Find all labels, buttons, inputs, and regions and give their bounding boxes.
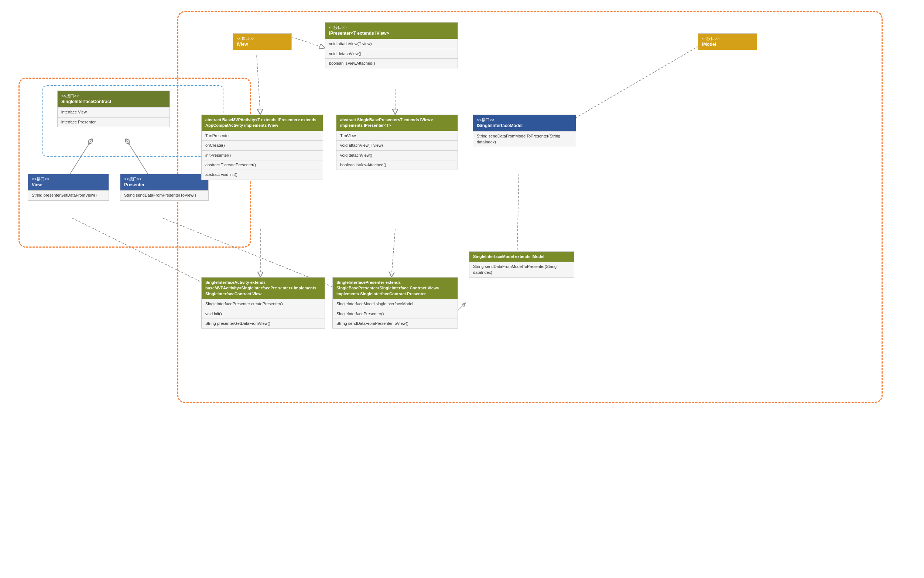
sic-header: <<接口>> SingleInterfaceContract bbox=[58, 91, 170, 107]
bma-body: T mPresenter onCreate() initPresenter() … bbox=[202, 131, 323, 180]
presenter-body: String sendDataFromPresenterToView() bbox=[120, 190, 208, 200]
list-item: String sendDataFromPresenterToView() bbox=[120, 190, 208, 200]
svg-line-4 bbox=[70, 139, 92, 174]
list-item: abstract void init() bbox=[202, 170, 323, 179]
bma-header: abstract BaseMVPActivity<T extends IPres… bbox=[202, 115, 323, 131]
list-item: boolean isViewAttached() bbox=[337, 160, 458, 170]
list-item: String presenterGetDataFromView() bbox=[28, 190, 108, 200]
ipresenter-header: <<接口>> IPresenter<T extends IView> bbox=[325, 23, 458, 39]
list-item: void attachView(T view) bbox=[337, 140, 458, 150]
svg-line-9 bbox=[392, 229, 395, 277]
single-base-presenter-box: abstract SingleBasePresenter<T extends I… bbox=[336, 115, 458, 170]
presenter-interface-box: <<接口>> Presenter String sendDataFromPres… bbox=[120, 174, 209, 201]
presenter-stereotype: <<接口>> bbox=[124, 176, 205, 182]
arrows-svg bbox=[0, 0, 924, 578]
sia-name: SingleInterfaceActivity extends baseMVPA… bbox=[206, 280, 321, 297]
list-item: void attachView(T view) bbox=[325, 39, 458, 49]
imodel-name: IModel bbox=[702, 41, 753, 48]
list-item: String sendDataFromPresenterToView() bbox=[333, 318, 458, 328]
sbp-header: abstract SingleBasePresenter<T extends I… bbox=[337, 115, 458, 131]
list-item: SingleInterfaceModel singleInterfaceMode… bbox=[333, 299, 458, 308]
svg-line-5 bbox=[126, 139, 148, 174]
view-body: String presenterGetDataFromView() bbox=[28, 190, 108, 200]
ipresenter-body: void attachView(T view) void detachView(… bbox=[325, 39, 458, 68]
sim-body: String sendDataFromModelToPresenter(Stri… bbox=[469, 261, 574, 277]
list-item: T mPresenter bbox=[202, 131, 323, 140]
imodel-box: <<接口>> IModel bbox=[698, 33, 757, 50]
isim-body: String sendDataFromModelToPresenter(Stri… bbox=[473, 131, 576, 147]
list-item: String sendDataFromModelToPresenter(Stri… bbox=[473, 131, 576, 147]
list-item: String presenterGetDataFromView() bbox=[202, 318, 325, 328]
sim-header: SingleInterfaceModel extends IModel bbox=[469, 252, 574, 261]
sip-header: SingleInterfacePresenter extends SingleB… bbox=[333, 278, 458, 299]
isim-stereotype: <<接口>> bbox=[477, 117, 572, 123]
list-item: void detachView() bbox=[325, 49, 458, 58]
view-name: View bbox=[32, 182, 105, 188]
sim-name: SingleInterfaceModel extends IModel bbox=[473, 254, 570, 260]
isim-header: <<接口>> ISingleInterfaceModel bbox=[473, 115, 576, 131]
diagram-container: <<接口>> IView <<接口>> IModel <<接口>> IPrese… bbox=[0, 0, 924, 578]
list-item: boolean isViewAttached() bbox=[325, 58, 458, 68]
sic-body: interface View interface Presenter bbox=[58, 107, 170, 127]
iview-header: <<接口>> IView bbox=[233, 34, 291, 50]
iview-stereotype: <<接口>> bbox=[237, 36, 288, 41]
svg-line-10 bbox=[517, 174, 519, 259]
ipresenter-name: IPresenter<T extends IView> bbox=[329, 30, 454, 37]
list-item: abstract T createPresenter() bbox=[202, 160, 323, 170]
imodel-stereotype: <<接口>> bbox=[702, 36, 753, 41]
bma-name: abstract BaseMVPActivity<T extends IPres… bbox=[206, 117, 319, 128]
single-interface-activity-box: SingleInterfaceActivity extends baseMVPA… bbox=[201, 277, 325, 328]
list-item: T mView bbox=[337, 131, 458, 140]
presenter-header: <<接口>> Presenter bbox=[120, 174, 208, 190]
ipresenter-box: <<接口>> IPresenter<T extends IView> void … bbox=[325, 22, 458, 68]
single-interface-contract-box: <<接口>> SingleInterfaceContract interface… bbox=[57, 91, 170, 127]
view-interface-box: <<接口>> View String presenterGetDataFromV… bbox=[28, 174, 109, 201]
sia-body: SingleInterfacePresenter createPresenter… bbox=[202, 299, 325, 328]
ipresenter-stereotype: <<接口>> bbox=[329, 25, 454, 30]
presenter-name: Presenter bbox=[124, 182, 205, 188]
isingle-interface-model-box: <<接口>> ISingleInterfaceModel String send… bbox=[473, 115, 576, 147]
sic-stereotype: <<接口>> bbox=[61, 93, 166, 99]
sip-name: SingleInterfacePresenter extends SingleB… bbox=[337, 280, 454, 297]
imodel-header: <<接口>> IModel bbox=[698, 34, 757, 50]
list-item: String sendDataFromModelToPresenter(Stri… bbox=[469, 261, 574, 277]
base-mvp-activity-box: abstract BaseMVPActivity<T extends IPres… bbox=[201, 115, 323, 180]
list-item: SingleInterfacePresenter createPresenter… bbox=[202, 299, 325, 308]
single-interface-model-box: SingleInterfaceModel extends IModel Stri… bbox=[469, 251, 574, 278]
list-item: interface Presenter bbox=[58, 117, 170, 127]
outer-orange-container bbox=[177, 11, 883, 403]
iview-name: IView bbox=[237, 41, 288, 48]
list-item: SingleInterfacePresenter() bbox=[333, 309, 458, 318]
sip-body: SingleInterfaceModel singleInterfaceMode… bbox=[333, 299, 458, 328]
sbp-name: abstract SingleBasePresenter<T extends I… bbox=[340, 117, 454, 128]
single-interface-presenter-box: SingleInterfacePresenter extends SingleB… bbox=[332, 277, 458, 328]
isim-name: ISingleInterfaceModel bbox=[477, 123, 572, 129]
iview-box: <<接口>> IView bbox=[233, 33, 292, 50]
svg-line-1 bbox=[569, 44, 702, 122]
sia-header: SingleInterfaceActivity extends baseMVPA… bbox=[202, 278, 325, 299]
svg-line-3 bbox=[257, 55, 261, 115]
view-header: <<接口>> View bbox=[28, 174, 108, 190]
sbp-body: T mView void attachView(T view) void det… bbox=[337, 131, 458, 170]
sic-name: SingleInterfaceContract bbox=[61, 99, 166, 105]
list-item: interface View bbox=[58, 107, 170, 117]
list-item: onCreate() bbox=[202, 140, 323, 150]
view-stereotype: <<接口>> bbox=[32, 176, 105, 182]
list-item: initPresenter() bbox=[202, 150, 323, 160]
list-item: void init() bbox=[202, 309, 325, 318]
list-item: void detachView() bbox=[337, 150, 458, 160]
